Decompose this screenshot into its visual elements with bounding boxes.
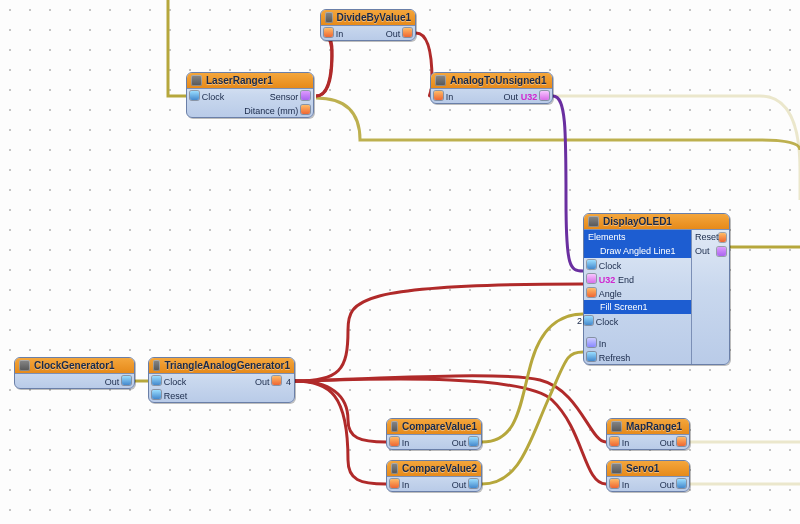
port-out-label: Out	[660, 438, 675, 448]
port-out-label: Out	[503, 92, 518, 102]
port-end-u32: U32	[599, 275, 616, 285]
port-in-label: In	[622, 480, 630, 490]
port-out-label: Out	[255, 377, 270, 387]
port-out[interactable]	[677, 437, 686, 446]
node-map-range[interactable]: MapRange1 In Out	[606, 418, 690, 450]
component-icon	[191, 75, 202, 86]
port-in-label: In	[402, 438, 410, 448]
node-compare-1[interactable]: CompareValue1 In Out	[386, 418, 482, 450]
fanin-badge: 2	[577, 316, 582, 326]
node-divide[interactable]: DivideByValue1 In Out	[320, 9, 416, 41]
port-clock-label: Clock	[164, 377, 187, 387]
title-text: TriangleAnalogGenerator1	[164, 360, 290, 371]
port-oled-out[interactable]	[717, 247, 726, 256]
node-title: MapRange1	[607, 419, 689, 435]
port-in[interactable]	[390, 437, 399, 446]
port-sensor-label: Sensor	[270, 92, 299, 102]
port-reset-label: Reset	[164, 391, 188, 401]
node-title: AnalogToUnsigned1	[431, 73, 552, 89]
port-reset[interactable]	[152, 390, 161, 399]
port-out-label: Out	[452, 480, 467, 490]
diagram-canvas[interactable]: ClockGenerator1 Out TriangleAnalogGenera…	[0, 0, 800, 524]
port-in-label: In	[402, 480, 410, 490]
port-reset-label: Reset	[695, 232, 719, 242]
port-in[interactable]	[587, 338, 596, 347]
port-in[interactable]	[324, 28, 333, 37]
node-title: Servo1	[607, 461, 689, 477]
node-display-oled[interactable]: DisplayOLED1 Elements Draw Angled Line1 …	[583, 213, 730, 365]
node-triangle-generator[interactable]: TriangleAnalogGenerator1 Clock Out 4 Res…	[148, 357, 295, 403]
component-icon	[391, 421, 398, 432]
port-distance[interactable]	[301, 105, 310, 114]
port-out[interactable]	[272, 376, 281, 385]
port-out[interactable]	[469, 479, 478, 488]
port-oled-out-label: Out	[695, 246, 710, 256]
component-icon	[611, 463, 622, 474]
port-angle[interactable]	[587, 288, 596, 297]
title-text: Servo1	[626, 463, 659, 474]
port-sensor[interactable]	[301, 91, 310, 100]
title-text: CompareValue1	[402, 421, 477, 432]
port-out[interactable]	[122, 376, 131, 385]
node-laser-ranger[interactable]: LaserRanger1 Clock Sensor Ditance (mm)	[186, 72, 314, 118]
node-compare-2[interactable]: CompareValue2 In Out	[386, 460, 482, 492]
component-icon	[611, 421, 622, 432]
port-in-label: In	[599, 339, 607, 349]
title-text: AnalogToUnsigned1	[450, 75, 546, 86]
title-text: LaserRanger1	[206, 75, 273, 86]
title-text: MapRange1	[626, 421, 682, 432]
port-out[interactable]	[403, 28, 412, 37]
port-in[interactable]	[610, 479, 619, 488]
node-servo[interactable]: Servo1 In Out	[606, 460, 690, 492]
port-refresh-label: Refresh	[599, 353, 631, 363]
title-text: CompareValue2	[402, 463, 477, 474]
port-clock[interactable]	[190, 91, 199, 100]
node-title: CompareValue1	[387, 419, 481, 435]
port-in[interactable]	[434, 91, 443, 100]
node-analog-to-unsigned[interactable]: AnalogToUnsigned1 In Out U32	[430, 72, 553, 104]
port-refresh[interactable]	[587, 352, 596, 361]
port-end[interactable]	[587, 274, 596, 283]
fanout-badge: 4	[286, 377, 291, 387]
node-title: TriangleAnalogGenerator1	[149, 358, 294, 374]
port-clock2[interactable]	[584, 316, 593, 325]
component-icon	[391, 463, 398, 474]
port-in[interactable]	[390, 479, 399, 488]
oled-line[interactable]: Draw Angled Line1	[584, 244, 691, 258]
port-u32-marker: U32	[521, 92, 538, 102]
port-out-label: Out	[386, 29, 401, 39]
component-icon	[435, 75, 446, 86]
oled-elements[interactable]: Elements	[584, 230, 691, 244]
port-out[interactable]	[677, 479, 686, 488]
node-title: CompareValue2	[387, 461, 481, 477]
node-title: LaserRanger1	[187, 73, 313, 89]
port-clock[interactable]	[152, 376, 161, 385]
node-title: DivideByValue1	[321, 10, 415, 26]
port-out-label: Out	[105, 377, 120, 387]
port-out[interactable]	[540, 91, 549, 100]
port-reset[interactable]	[719, 233, 726, 242]
oled-fill[interactable]: Fill Screen1	[584, 300, 691, 314]
node-title: DisplayOLED1	[584, 214, 729, 230]
port-distance-label: Ditance (mm)	[244, 106, 298, 116]
title-text: DivideByValue1	[337, 12, 411, 23]
node-clock-generator[interactable]: ClockGenerator1 Out	[14, 357, 135, 389]
port-out-label: Out	[452, 438, 467, 448]
component-icon	[325, 12, 333, 23]
port-clock1-label: Clock	[599, 261, 622, 271]
title-text: ClockGenerator1	[34, 360, 115, 371]
port-clock-label: Clock	[202, 92, 225, 102]
port-in-label: In	[446, 92, 454, 102]
port-angle-label: Angle	[599, 289, 622, 299]
port-out-label: Out	[660, 480, 675, 490]
node-title: ClockGenerator1	[15, 358, 134, 374]
port-in-label: In	[336, 29, 344, 39]
port-in-label: In	[622, 438, 630, 448]
port-clock2-label: Clock	[596, 317, 619, 327]
port-clock1[interactable]	[587, 260, 596, 269]
port-out[interactable]	[469, 437, 478, 446]
component-icon	[19, 360, 30, 371]
component-icon	[588, 216, 599, 227]
port-in[interactable]	[610, 437, 619, 446]
port-end-label: End	[618, 275, 634, 285]
